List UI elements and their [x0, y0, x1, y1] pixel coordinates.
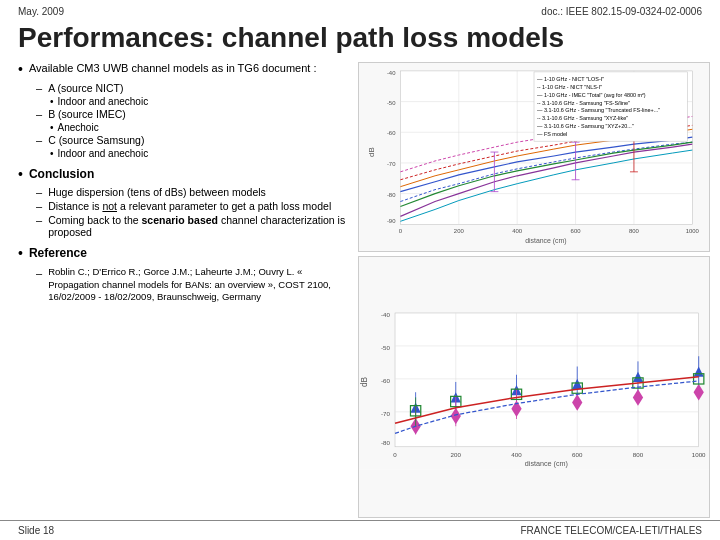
svg-text:dB: dB: [367, 147, 376, 157]
svg-text:— FS model: — FS model: [537, 131, 567, 137]
cm3-item-a: – A (source NICT): [36, 82, 350, 94]
dot-b1: •: [50, 122, 54, 133]
conclusion-item-3: – Coming back to the scenario based chan…: [36, 214, 350, 238]
header-date: May. 2009: [18, 6, 64, 17]
cm3-item-b: – B (source IMEC): [36, 108, 350, 120]
footer-org: FRANCE TELECOM/CEA-LETI/THALES: [520, 525, 702, 536]
cm3-item-b-sub: • Anechoic: [50, 122, 350, 133]
svg-text:800: 800: [629, 228, 640, 234]
svg-text:distance (cm): distance (cm): [525, 237, 566, 245]
slide: May. 2009 doc.: IEEE 802.15-09-0324-02-0…: [0, 0, 720, 540]
reference-subitems: – Roblin C.; D'Errico R.; Gorce J.M.; La…: [36, 266, 350, 303]
cm3-item-b-sub-1: • Anechoic: [50, 122, 350, 133]
bullet-3: •: [18, 245, 23, 262]
svg-text:0: 0: [393, 451, 397, 458]
header: May. 2009 doc.: IEEE 802.15-09-0324-02-0…: [0, 0, 720, 19]
svg-text:— 1-10 GHz - NICT "LOS-I": — 1-10 GHz - NICT "LOS-I": [537, 76, 604, 82]
svg-text:dB: dB: [360, 376, 369, 387]
footer-slide: Slide 18: [18, 525, 54, 536]
svg-text:-40: -40: [381, 311, 390, 318]
svg-text:-- 3.1-10.6 GHz - Samsung "XYZ: -- 3.1-10.6 GHz - Samsung "XYZ-like": [537, 115, 628, 121]
cm3-item-c: – C (source Samsung): [36, 134, 350, 146]
svg-text:600: 600: [571, 228, 582, 234]
dash-b: –: [36, 108, 42, 120]
section-cm3: • Available CM3 UWB channel models as in…: [18, 62, 350, 159]
svg-text:-- 1-10 GHz - NICT "NLS-I": -- 1-10 GHz - NICT "NLS-I": [537, 84, 602, 90]
svg-text:— 3.1-10.6 GHz - Samsung "Trun: — 3.1-10.6 GHz - Samsung "Truncated FS-l…: [537, 107, 660, 113]
chart-top: dB -40 -50 -60 -70 -80 -90 0 200 400 600…: [358, 62, 710, 252]
section-reference-title: Reference: [29, 246, 87, 260]
right-column: dB -40 -50 -60 -70 -80 -90 0 200 400 600…: [358, 62, 710, 518]
svg-text:-90: -90: [387, 218, 396, 224]
chart-bottom: -40 -50 -60 -70 -80 0 200 400 600 800 10…: [358, 256, 710, 518]
svg-rect-43: [395, 313, 699, 447]
dot-a1: •: [50, 96, 54, 107]
section-cm3-title: Available CM3 UWB channel models as in T…: [29, 62, 317, 74]
cm3-subitems: – A (source NICT) • Indoor and anechoic …: [36, 82, 350, 159]
svg-text:200: 200: [451, 451, 462, 458]
dash-a: –: [36, 82, 42, 94]
main-content: • Available CM3 UWB channel models as in…: [0, 62, 720, 518]
dash-c3: –: [36, 214, 42, 226]
svg-text:400: 400: [511, 451, 522, 458]
header-doc: doc.: IEEE 802.15-09-0324-02-0006: [541, 6, 702, 17]
cm3-item-a-sub-1: • Indoor and anechoic: [50, 96, 350, 107]
svg-text:-70: -70: [387, 161, 396, 167]
section-conclusion: • Conclusion – Huge dispersion (tens of …: [18, 167, 350, 239]
section-reference: • Reference – Roblin C.; D'Errico R.; Go…: [18, 246, 350, 303]
bullet-2: •: [18, 166, 23, 183]
svg-text:-80: -80: [381, 439, 390, 446]
svg-text:200: 200: [454, 228, 465, 234]
svg-text:1000: 1000: [692, 451, 706, 458]
svg-text:distance (cm): distance (cm): [525, 459, 568, 468]
bullet-1: •: [18, 61, 23, 78]
svg-text:-40: -40: [387, 70, 396, 76]
svg-text:400: 400: [512, 228, 523, 234]
cm3-item-b-label: B (source IMEC): [48, 108, 126, 120]
conclusion-item-2-label: Distance is not a relevant parameter to …: [48, 200, 331, 212]
cm3-item-a-sub: • Indoor and anechoic: [50, 96, 350, 107]
cm3-item-c-sub-1: • Indoor and anechoic: [50, 148, 350, 159]
svg-text:— 3.1-10.6 GHz - Samsung "XYZ+: — 3.1-10.6 GHz - Samsung "XYZ+20...": [537, 123, 634, 129]
reference-item-1-label: Roblin C.; D'Errico R.; Gorce J.M.; Lahe…: [48, 266, 350, 303]
svg-text:-- 3.1-10.6 GHz - Samsung "FS-: -- 3.1-10.6 GHz - Samsung "FS-S/line": [537, 99, 630, 105]
svg-text:600: 600: [572, 451, 583, 458]
conclusion-subitems: – Huge dispersion (tens of dBs) between …: [36, 186, 350, 238]
chart-bottom-svg: -40 -50 -60 -70 -80 0 200 400 600 800 10…: [359, 257, 709, 517]
cm3-item-b-sub-1-label: Anechoic: [58, 122, 99, 133]
svg-text:1000: 1000: [686, 228, 700, 234]
conclusion-item-2: – Distance is not a relevant parameter t…: [36, 200, 350, 212]
svg-text:-50: -50: [381, 344, 390, 351]
dot-c1: •: [50, 148, 54, 159]
footer: Slide 18 FRANCE TELECOM/CEA-LETI/THALES: [0, 520, 720, 540]
section-conclusion-header: • Conclusion: [18, 167, 350, 183]
svg-text:-60: -60: [381, 377, 390, 384]
svg-text:-60: -60: [387, 130, 396, 136]
cm3-item-a-sub-1-label: Indoor and anechoic: [58, 96, 149, 107]
cm3-item-c-sub-1-label: Indoor and anechoic: [58, 148, 149, 159]
dash-r1: –: [36, 266, 42, 280]
dash-c2: –: [36, 200, 42, 212]
section-conclusion-title: Conclusion: [29, 167, 94, 181]
svg-text:800: 800: [633, 451, 644, 458]
svg-text:-80: -80: [387, 191, 396, 197]
conclusion-item-3-label: Coming back to the scenario based channe…: [48, 214, 350, 238]
dash-c: –: [36, 134, 42, 146]
section-cm3-header: • Available CM3 UWB channel models as in…: [18, 62, 350, 78]
section-reference-header: • Reference: [18, 246, 350, 262]
conclusion-item-1-label: Huge dispersion (tens of dBs) between mo…: [48, 186, 266, 198]
svg-text:— 1-10 GHz - IMEC "Total" (avg: — 1-10 GHz - IMEC "Total" (avg for 4800 …: [537, 91, 646, 97]
cm3-item-c-label: C (source Samsung): [48, 134, 144, 146]
reference-item-1: – Roblin C.; D'Errico R.; Gorce J.M.; La…: [36, 266, 350, 303]
cm3-item-a-label: A (source NICT): [48, 82, 123, 94]
svg-text:-70: -70: [381, 410, 390, 417]
cm3-item-c-sub: • Indoor and anechoic: [50, 148, 350, 159]
page-title: Performances: channel path loss models: [0, 19, 720, 62]
svg-text:-50: -50: [387, 99, 396, 105]
dash-c1: –: [36, 186, 42, 198]
chart-top-svg: dB -40 -50 -60 -70 -80 -90 0 200 400 600…: [359, 63, 709, 251]
left-column: • Available CM3 UWB channel models as in…: [10, 62, 350, 518]
conclusion-item-1: – Huge dispersion (tens of dBs) between …: [36, 186, 350, 198]
